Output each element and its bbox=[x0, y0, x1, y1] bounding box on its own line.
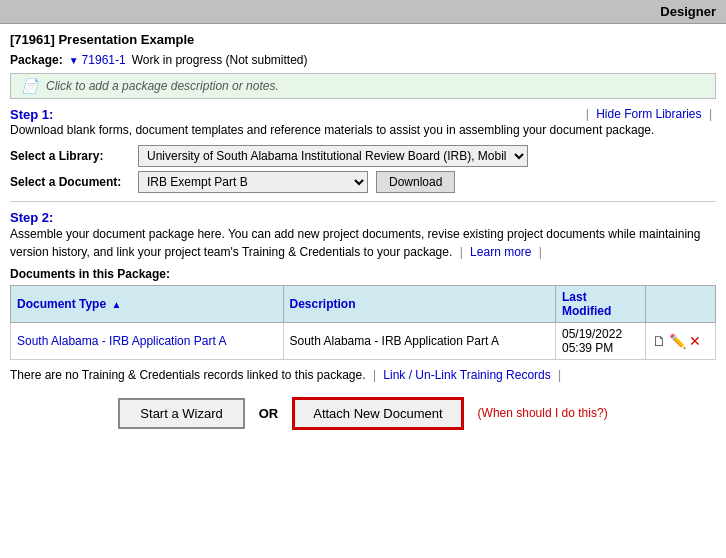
or-text: OR bbox=[259, 406, 279, 421]
table-row: South Alabama - IRB Application Part A S… bbox=[11, 322, 716, 359]
document-select[interactable]: IRB Exempt Part B bbox=[138, 171, 368, 193]
notes-icon: 📄 bbox=[21, 78, 38, 94]
col-description[interactable]: Description bbox=[283, 285, 556, 322]
step1-title: Step 1: bbox=[10, 107, 53, 122]
library-row: Select a Library: University of South Al… bbox=[10, 145, 716, 167]
hide-libraries-link[interactable]: Hide Form Libraries bbox=[596, 107, 701, 121]
notes-placeholder: Click to add a package description or no… bbox=[46, 79, 279, 93]
action-icons: 🗋 ✏️ ✕ bbox=[652, 333, 709, 349]
step1-header: Step 1: | Hide Form Libraries | bbox=[10, 107, 716, 122]
pipe2: | bbox=[709, 107, 712, 121]
package-label: Package: bbox=[10, 53, 63, 67]
table-header-row: Document Type ▲ Description Last Modifie… bbox=[11, 285, 716, 322]
page-title: [71961] Presentation Example bbox=[10, 32, 716, 47]
main-content: [71961] Presentation Example Package: 71… bbox=[0, 24, 726, 438]
col-actions bbox=[646, 285, 716, 322]
documents-table: Document Type ▲ Description Last Modifie… bbox=[10, 285, 716, 360]
edit-icon[interactable]: ✏️ bbox=[669, 333, 686, 349]
header-bar: Designer bbox=[0, 0, 726, 24]
actions-cell: 🗋 ✏️ ✕ bbox=[646, 322, 716, 359]
step1-description: Download blank forms, document templates… bbox=[10, 122, 716, 139]
doc-type-cell: South Alabama - IRB Application Part A bbox=[11, 322, 284, 359]
when-should-i-link[interactable]: (When should I do this?) bbox=[478, 406, 608, 420]
notes-bar[interactable]: 📄 Click to add a package description or … bbox=[10, 73, 716, 99]
package-link[interactable]: 71961-1 bbox=[69, 53, 126, 67]
delete-icon[interactable]: ✕ bbox=[689, 333, 701, 349]
document-label: Select a Document: bbox=[10, 175, 130, 189]
divider1 bbox=[10, 201, 716, 202]
download-button[interactable]: Download bbox=[376, 171, 455, 193]
learn-more-link[interactable]: Learn more bbox=[470, 245, 531, 259]
bottom-actions: Start a Wizard OR Attach New Document (W… bbox=[10, 397, 716, 430]
package-row: Package: 71961-1 Work in progress (Not s… bbox=[10, 53, 716, 67]
last-modified-cell: 05/19/2022 05:39 PM bbox=[556, 322, 646, 359]
document-row: Select a Document: IRB Exempt Part B Dow… bbox=[10, 171, 716, 193]
copy-icon[interactable]: 🗋 bbox=[652, 333, 666, 349]
library-label: Select a Library: bbox=[10, 149, 130, 163]
no-records-text: There are no Training & Credentials reco… bbox=[10, 366, 716, 385]
description-cell: South Alabama - IRB Application Part A bbox=[283, 322, 556, 359]
link-training-link[interactable]: Link / Un-Link Training Records bbox=[383, 368, 550, 382]
header-title: Designer bbox=[660, 4, 716, 19]
doc-type-link[interactable]: South Alabama - IRB Application Part A bbox=[17, 334, 226, 348]
step1-section: Step 1: | Hide Form Libraries | Download… bbox=[10, 107, 716, 193]
step2-description: Assemble your document package here. You… bbox=[10, 225, 716, 261]
col-doc-type[interactable]: Document Type ▲ bbox=[11, 285, 284, 322]
package-status: Work in progress (Not submitted) bbox=[132, 53, 308, 67]
attach-document-button[interactable]: Attach New Document bbox=[292, 397, 463, 430]
start-wizard-button[interactable]: Start a Wizard bbox=[118, 398, 244, 429]
sort-arrow: ▲ bbox=[111, 299, 121, 310]
docs-label: Documents in this Package: bbox=[10, 267, 716, 281]
library-select[interactable]: University of South Alabama Institutiona… bbox=[138, 145, 528, 167]
step2-title: Step 2: bbox=[10, 210, 53, 225]
step2-section: Step 2: Assemble your document package h… bbox=[10, 210, 716, 385]
pipe1: | bbox=[586, 107, 589, 121]
col-last-modified[interactable]: Last Modified bbox=[556, 285, 646, 322]
